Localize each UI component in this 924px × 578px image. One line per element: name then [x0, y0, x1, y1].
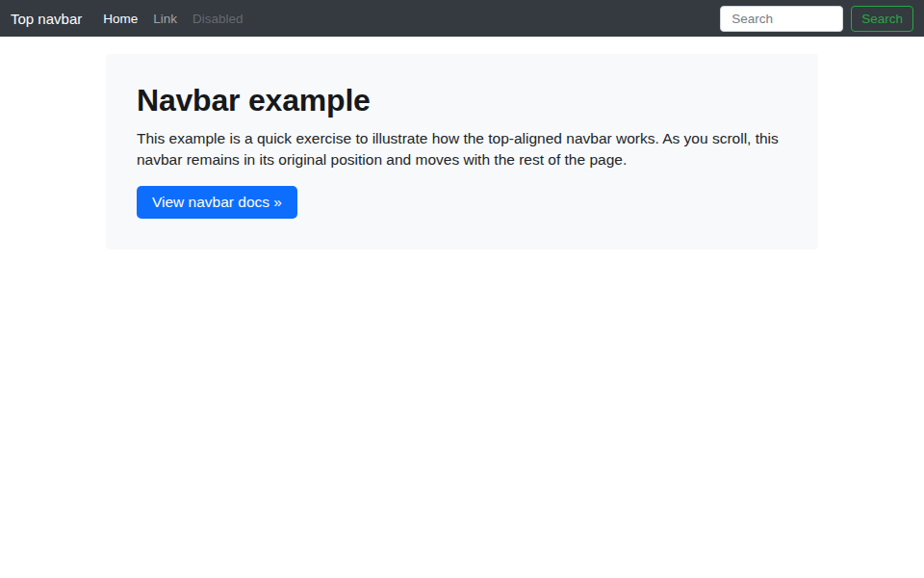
top-navbar: Top navbar Home Link Disabled Search	[0, 0, 924, 37]
search-button[interactable]: Search	[851, 6, 913, 32]
search-form: Search	[720, 6, 913, 32]
navbar-nav: Home Link Disabled	[95, 6, 250, 32]
page-title: Navbar example	[137, 83, 787, 118]
nav-item: Home	[95, 6, 145, 32]
search-input[interactable]	[720, 6, 843, 32]
nav-item-home[interactable]: Home	[95, 6, 145, 32]
nav-item-disabled: Disabled	[185, 6, 251, 32]
jumbotron-description: This example is a quick exercise to illu…	[137, 128, 787, 171]
main-container: Navbar example This example is a quick e…	[106, 54, 818, 250]
nav-item: Link	[145, 6, 185, 32]
nav-item-link[interactable]: Link	[145, 6, 185, 32]
navbar-brand[interactable]: Top navbar	[11, 11, 82, 27]
view-navbar-docs-button[interactable]: View navbar docs »	[137, 186, 297, 219]
jumbotron: Navbar example This example is a quick e…	[106, 54, 818, 250]
nav-item: Disabled	[185, 6, 251, 32]
